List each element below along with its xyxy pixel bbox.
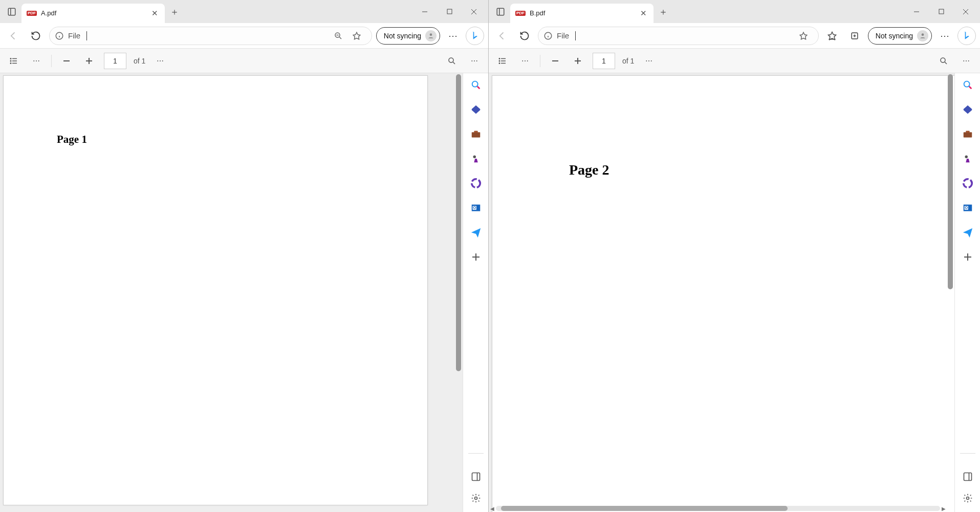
sidebar-settings-icon[interactable]	[961, 492, 974, 505]
zoom-reset-icon[interactable]	[334, 31, 348, 40]
pdf-settings-button[interactable]: ⋯	[467, 53, 482, 69]
navigation-bar: File Not syncing ⋯	[489, 23, 980, 49]
tab-actions-button[interactable]	[2, 2, 21, 22]
sync-status-text: Not syncing	[384, 32, 421, 40]
svg-point-25	[472, 81, 477, 87]
settings-more-button[interactable]: ⋯	[936, 27, 953, 45]
svg-rect-39	[497, 8, 504, 15]
shopping-tag-icon[interactable]	[961, 103, 974, 116]
close-tab-button[interactable]: ✕	[149, 9, 160, 18]
address-bar[interactable]: File	[49, 27, 372, 45]
microsoft365-icon[interactable]	[961, 177, 974, 190]
sidebar-panel-toggle-icon[interactable]	[469, 470, 483, 483]
microsoft365-icon[interactable]	[469, 177, 483, 190]
plus-icon[interactable]	[961, 250, 974, 264]
pdf-more-left-button[interactable]: ⋯	[29, 53, 44, 69]
minimize-window-button[interactable]	[412, 2, 437, 22]
send-icon[interactable]	[961, 226, 974, 239]
site-info-icon[interactable]	[543, 31, 553, 40]
outlook-icon[interactable]: O	[469, 201, 483, 215]
back-button[interactable]	[493, 27, 511, 45]
pdf-find-button[interactable]	[444, 53, 460, 69]
title-bar: PDF A.pdf ✕ ＋	[0, 0, 488, 23]
browser-tab[interactable]: PDF A.pdf ✕	[21, 4, 165, 23]
svg-point-58	[499, 58, 500, 59]
pdf-find-button[interactable]	[936, 53, 951, 69]
address-text: File	[68, 31, 80, 40]
pdf-viewport[interactable]: Page 2 ◀ ▶	[489, 73, 954, 512]
svg-rect-77	[964, 473, 971, 481]
bing-sidebar-button[interactable]	[466, 27, 484, 45]
svg-point-64	[941, 58, 945, 62]
briefcase-icon[interactable]	[469, 127, 483, 141]
sync-status-text: Not syncing	[876, 32, 913, 40]
svg-rect-36	[472, 473, 480, 481]
svg-point-59	[499, 60, 500, 61]
scroll-right-arrow[interactable]: ▶	[940, 506, 947, 511]
close-tab-button[interactable]: ✕	[638, 9, 648, 18]
svg-rect-42	[939, 9, 944, 14]
close-window-button[interactable]	[462, 2, 486, 22]
new-tab-button[interactable]: ＋	[165, 2, 184, 22]
settings-more-button[interactable]: ⋯	[444, 27, 462, 45]
page-count-label: of 1	[622, 57, 634, 65]
svg-marker-48	[800, 32, 807, 39]
minimize-window-button[interactable]	[904, 2, 929, 22]
zoom-in-button[interactable]	[570, 53, 585, 69]
zoom-out-button[interactable]	[548, 53, 563, 69]
profile-sync-pill[interactable]: Not syncing	[868, 27, 932, 45]
search-icon[interactable]	[961, 78, 974, 92]
zoom-in-button[interactable]	[81, 53, 97, 69]
refresh-button[interactable]	[515, 27, 534, 45]
page-number-input[interactable]	[593, 53, 615, 69]
vertical-scrollbar[interactable]	[946, 73, 954, 314]
favorite-add-icon[interactable]	[799, 31, 813, 40]
pdf-viewport[interactable]: Page 1	[0, 73, 463, 512]
pdf-page-more-button[interactable]: ⋯	[641, 53, 657, 69]
scroll-left-arrow[interactable]: ◀	[489, 506, 496, 511]
vertical-scrollbar[interactable]	[454, 73, 463, 380]
games-icon[interactable]	[961, 152, 974, 165]
site-info-icon[interactable]	[55, 31, 64, 40]
search-icon[interactable]	[469, 78, 483, 92]
pdf-page-text: Page 2	[569, 162, 609, 178]
favorites-button[interactable]	[823, 27, 841, 45]
shopping-tag-icon[interactable]	[469, 103, 483, 116]
profile-sync-pill[interactable]: Not syncing	[376, 27, 440, 45]
pdf-settings-button[interactable]: ⋯	[959, 53, 974, 69]
favorite-add-icon[interactable]	[352, 31, 366, 40]
close-window-button[interactable]	[953, 2, 978, 22]
send-icon[interactable]	[469, 226, 483, 239]
sidebar-settings-icon[interactable]	[469, 492, 483, 505]
svg-text:O: O	[473, 205, 476, 210]
new-tab-button[interactable]: ＋	[654, 2, 673, 22]
svg-point-71	[963, 179, 972, 188]
pdf-contents-button[interactable]	[495, 53, 510, 69]
briefcase-icon[interactable]	[961, 127, 974, 141]
address-bar[interactable]: File	[538, 27, 819, 45]
games-icon[interactable]	[469, 152, 483, 165]
zoom-out-button[interactable]	[59, 53, 74, 69]
svg-point-29	[473, 156, 476, 159]
pdf-more-left-button[interactable]: ⋯	[517, 53, 533, 69]
maximize-window-button[interactable]	[929, 2, 953, 22]
page-number-input[interactable]	[104, 53, 126, 69]
maximize-window-button[interactable]	[437, 2, 462, 22]
bing-sidebar-button[interactable]	[957, 27, 976, 45]
horizontal-scrollbar[interactable]: ◀ ▶	[489, 505, 947, 512]
pdf-page-more-button[interactable]: ⋯	[153, 53, 168, 69]
sidebar-panel-toggle-icon[interactable]	[961, 470, 974, 483]
tab-actions-button[interactable]	[491, 2, 510, 22]
back-button[interactable]	[4, 27, 23, 45]
tab-title: A.pdf	[41, 9, 145, 17]
collections-button[interactable]	[845, 27, 864, 45]
refresh-button[interactable]	[27, 27, 45, 45]
plus-icon[interactable]	[469, 250, 483, 264]
browser-window-left: PDF A.pdf ✕ ＋ File	[0, 0, 489, 512]
tab-title: B.pdf	[530, 9, 634, 17]
outlook-icon[interactable]: O	[961, 201, 974, 215]
browser-tab[interactable]: PDF B.pdf ✕	[510, 4, 654, 23]
browser-window-right: PDF B.pdf ✕ ＋ File	[489, 0, 980, 512]
pdf-contents-button[interactable]	[6, 53, 21, 69]
pdf-file-icon: PDF	[515, 11, 526, 16]
